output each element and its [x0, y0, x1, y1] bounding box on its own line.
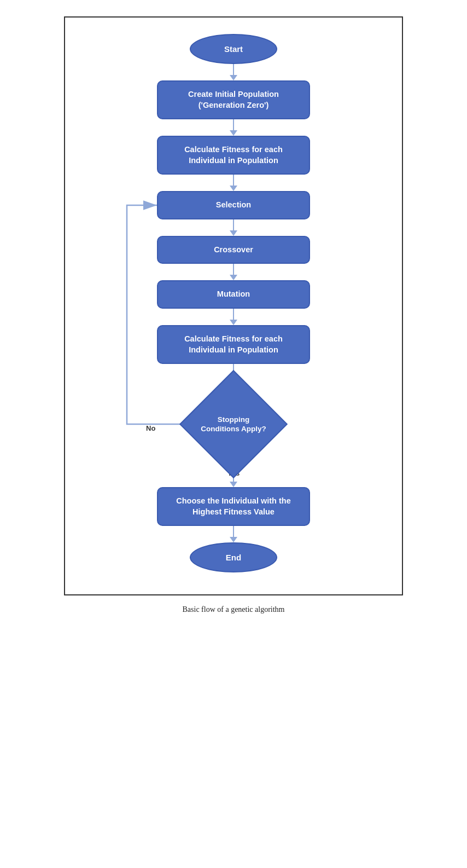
create-population-node: Create Initial Population ('Generation Z…	[157, 80, 310, 119]
diagram-border: Start Create Initial Population ('Genera…	[64, 16, 403, 595]
mutation-node: Mutation	[157, 280, 310, 309]
stopping-node: Stopping Conditions Apply? No	[190, 380, 277, 468]
calc-fitness-2-node: Calculate Fitness for each Individual in…	[157, 325, 310, 364]
arrow-2	[230, 119, 237, 136]
start-node: Start	[190, 34, 277, 64]
create-population-label: Create Initial Population ('Generation Z…	[168, 89, 299, 111]
end-node: End	[190, 542, 277, 572]
page-wrapper: Start Create Initial Population ('Genera…	[11, 11, 456, 614]
calc-fitness-1-label: Calculate Fitness for each Individual in…	[168, 144, 299, 166]
choose-individual-node: Choose the Individual with the Highest F…	[157, 487, 310, 526]
mutation-label: Mutation	[217, 289, 250, 300]
arrow-8	[230, 526, 237, 542]
caption: Basic flow of a genetic algorithm	[183, 605, 285, 614]
no-label: No	[146, 424, 155, 432]
selection-label: Selection	[216, 200, 251, 211]
end-label: End	[226, 553, 241, 562]
flow-container: Start Create Initial Population ('Genera…	[76, 34, 391, 572]
arrow-4	[230, 219, 237, 236]
arrow-1	[230, 64, 237, 80]
crossover-label: Crossover	[214, 245, 253, 256]
arrow-3	[230, 175, 237, 191]
arrow-5	[230, 264, 237, 280]
arrow-6	[230, 309, 237, 325]
crossover-node: Crossover	[157, 236, 310, 264]
start-label: Start	[224, 44, 243, 54]
stopping-label: Stopping Conditions Apply?	[201, 415, 266, 434]
calc-fitness-1-node: Calculate Fitness for each Individual in…	[157, 136, 310, 175]
choose-individual-label: Choose the Individual with the Highest F…	[168, 496, 299, 517]
selection-node: Selection	[157, 191, 310, 219]
calc-fitness-2-label: Calculate Fitness for each Individual in…	[168, 334, 299, 355]
